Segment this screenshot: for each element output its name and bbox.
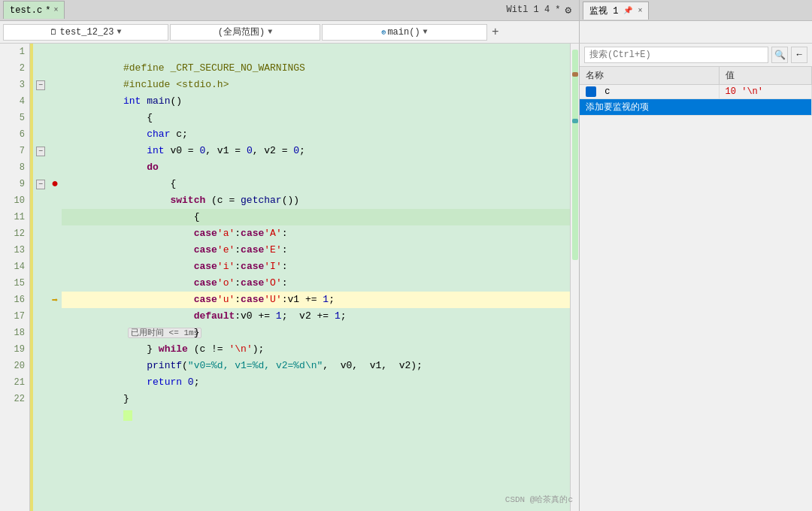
- file-selector[interactable]: 🗒 test_12_23 ▼: [3, 24, 168, 41]
- file-selector-arrow: ▼: [117, 28, 122, 36]
- line-numbers: 1 2 3 4 5 6 7 8 9 10 11 12 13 14 15 16 1…: [0, 44, 30, 511]
- monitor-search-input[interactable]: [584, 47, 768, 63]
- back-icon: ←: [796, 50, 801, 60]
- file-selector-icon: 🗒: [50, 28, 57, 37]
- scope-selector-label: (全局范围): [218, 26, 265, 38]
- tab-bar-right-text: Witl 1 4 *: [507, 5, 561, 15]
- code-line-22: [62, 391, 570, 407]
- watch-add-row[interactable]: 添加要监视的项: [580, 99, 812, 116]
- current-line-arrow: ➡: [48, 292, 62, 308]
- monitor-tab-close[interactable]: ×: [638, 7, 642, 15]
- breakpoint-dot-9[interactable]: ●: [48, 176, 62, 192]
- function-icon: ⊕: [381, 28, 386, 37]
- code-area[interactable]: 1 2 3 4 5 6 7 8 9 10 11 12 13 14 15 16 1…: [0, 44, 579, 511]
- col-name-header: 名称: [580, 67, 719, 85]
- tab-name: test.c: [10, 5, 42, 16]
- file-selector-label: test_12_23: [59, 27, 114, 38]
- watch-add-label[interactable]: 添加要监视的项: [580, 99, 812, 116]
- breakpoint-column: ● ➡: [48, 44, 62, 511]
- monitor-search-bar: 🔍 ←: [580, 44, 812, 67]
- col-value-header: 值: [719, 67, 811, 85]
- tab-close[interactable]: ×: [53, 6, 58, 14]
- monitor-back-button[interactable]: ←: [791, 47, 807, 63]
- watch-row-c[interactable]: c 10 '\n': [580, 85, 812, 99]
- monitor-tab-pin[interactable]: 📌: [623, 6, 632, 15]
- code-line-1: #define _CRT_SECURE_NO_WARNINGS: [62, 44, 570, 60]
- monitor-table-container: 名称 值 c 10 '\n' 添加要监视的项: [580, 67, 812, 116]
- editor-scrollbar[interactable]: [570, 44, 579, 511]
- csdn-watermark: CSDN @哈茶真的c: [505, 494, 573, 505]
- monitor-toolbar: [579, 21, 812, 44]
- watch-var-name: c: [580, 85, 719, 99]
- gutter: − − −: [30, 44, 48, 511]
- settings-icon[interactable]: ⚙: [565, 4, 571, 17]
- monitor-panel: 🔍 ← 名称 值 c: [579, 44, 812, 511]
- monitor-tab[interactable]: 监视 1 📌 ×: [583, 2, 649, 20]
- function-selector[interactable]: ⊕ main() ▼: [322, 24, 487, 41]
- monitor-tab-label: 监视 1: [589, 5, 618, 17]
- scope-arrow: ▼: [268, 28, 272, 36]
- yellow-left-bar: [30, 44, 33, 511]
- tab-modified: *: [45, 5, 50, 16]
- var-icon: [586, 86, 596, 97]
- editor-tab[interactable]: test.c * ×: [3, 1, 65, 19]
- function-selector-label: main(): [387, 27, 420, 38]
- editor-panel: 1 2 3 4 5 6 7 8 9 10 11 12 13 14 15 16 1…: [0, 44, 579, 511]
- monitor-search-button[interactable]: 🔍: [771, 47, 788, 63]
- add-view-button[interactable]: +: [489, 26, 502, 39]
- search-icon: 🔍: [774, 50, 786, 61]
- function-arrow: ▼: [423, 28, 428, 36]
- scrollbar-green: [572, 50, 578, 260]
- scope-selector[interactable]: (全局范围) ▼: [170, 24, 320, 41]
- code-content[interactable]: #define _CRT_SECURE_NO_WARNINGS #include…: [62, 44, 570, 511]
- monitor-table: 名称 值 c 10 '\n' 添加要监视的项: [580, 67, 812, 116]
- watch-var-value: 10 '\n': [719, 85, 811, 99]
